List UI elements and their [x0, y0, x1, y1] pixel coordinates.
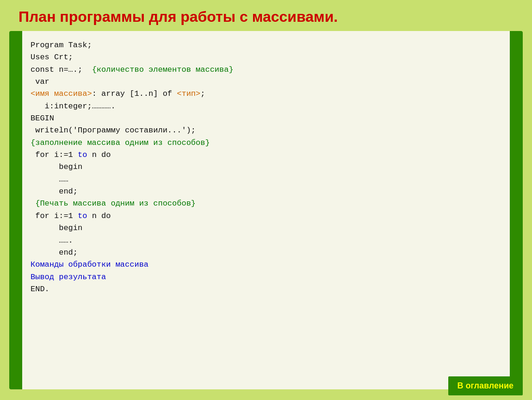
code-line: Команды обработки массива	[31, 259, 499, 271]
code-line: <имя массива>: array [1..n] of <тип>;	[31, 88, 499, 100]
code-line: BEGIN	[31, 112, 499, 125]
main-content: Program Task;Uses Crt;const n=….; {колич…	[0, 31, 532, 389]
code-line: Вывод результата	[31, 271, 499, 283]
code-block: Program Task;Uses Crt;const n=….; {колич…	[22, 31, 510, 389]
code-line: Program Task;	[31, 39, 499, 51]
nav-button[interactable]: В оглавление	[448, 376, 523, 395]
code-line: Uses Crt;	[31, 51, 499, 63]
right-accent	[510, 31, 523, 389]
code-line: var	[31, 76, 499, 88]
code-line: {Печать массива одним из способов}	[31, 198, 499, 210]
code-line: begin	[31, 222, 499, 234]
code-line: {заполнение массива одним из способов}	[31, 137, 499, 149]
code-line: i:integer;………….	[31, 100, 499, 112]
left-accent	[9, 31, 22, 389]
page-title: План программы для работы с массивами.	[0, 0, 532, 31]
code-line: END.	[31, 283, 499, 295]
code-line: ……	[31, 174, 499, 186]
code-line: end;	[31, 247, 499, 259]
code-line: …….	[31, 235, 499, 247]
code-line: for i:=1 to n do	[31, 210, 499, 222]
code-line: const n=….; {количество элементов массив…	[31, 64, 499, 76]
code-line: end;	[31, 186, 499, 198]
code-line: begin	[31, 161, 499, 173]
code-line: for i:=1 to n do	[31, 149, 499, 161]
code-line: writeln('Программу составили...');	[31, 125, 499, 137]
